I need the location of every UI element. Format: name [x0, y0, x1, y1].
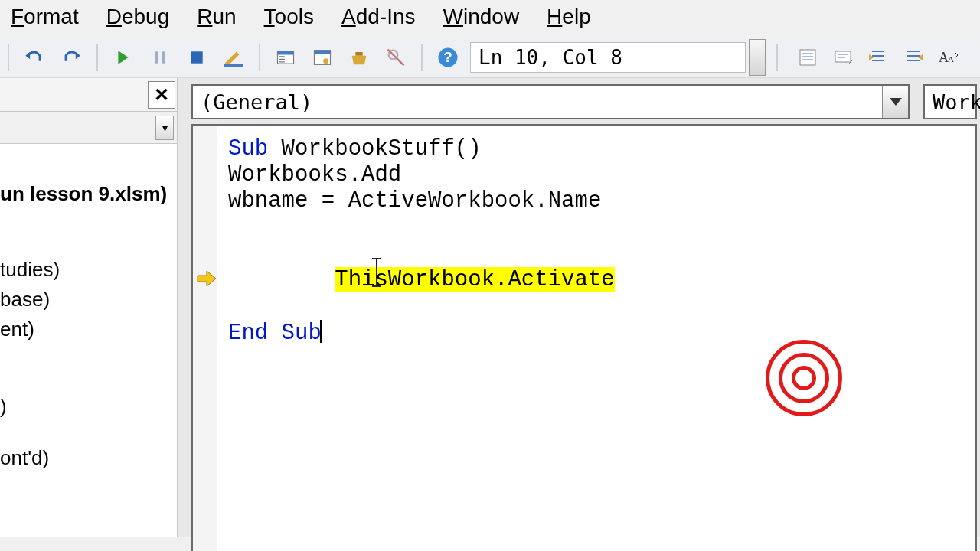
- menu-run-label: un: [212, 5, 236, 28]
- run-sub-button[interactable]: [109, 43, 138, 72]
- code-line[interactable]: Workbooks.Add: [228, 162, 975, 188]
- properties-window-button[interactable]: [308, 43, 337, 72]
- cursor-position: Ln 10, Col 8: [470, 42, 746, 73]
- svg-rect-13: [800, 50, 815, 65]
- object-browser-button[interactable]: [381, 43, 410, 72]
- menu-bar: Format Debug Run Tools Add-Ins Window He…: [0, 0, 980, 37]
- separator: [96, 44, 98, 71]
- indent-in-button[interactable]: [899, 43, 928, 72]
- undo-button[interactable]: [20, 43, 49, 72]
- svg-point-8: [323, 58, 328, 64]
- execution-pointer-icon: [196, 217, 217, 238]
- ibeam-cursor-icon: [369, 257, 384, 288]
- svg-text:?: ?: [443, 49, 452, 65]
- text-caret: [320, 320, 322, 343]
- svg-rect-0: [155, 51, 158, 63]
- word-list-button[interactable]: [793, 43, 822, 72]
- module-node[interactable]: ent): [0, 315, 177, 344]
- menu-run[interactable]: Run: [197, 5, 236, 29]
- separator: [8, 44, 9, 71]
- toolbox-button[interactable]: [345, 43, 374, 72]
- object-dropdown[interactable]: (General): [191, 84, 910, 119]
- svg-rect-7: [315, 51, 331, 54]
- svg-rect-5: [278, 51, 294, 55]
- menu-addins-label: dd-Ins: [356, 5, 416, 28]
- svg-rect-1: [162, 51, 165, 63]
- menu-addins[interactable]: Add-Ins: [341, 5, 416, 29]
- code-line-current[interactable]: ThisWorkbook.Activate: [228, 215, 975, 320]
- quick-info-button[interactable]: [828, 43, 858, 72]
- close-icon[interactable]: ✕: [148, 81, 175, 109]
- menu-tools-label: ools: [275, 5, 314, 28]
- project-explorer: ✕ ▾ un lesson 9.xlsm) tudies) base) ent)…: [0, 78, 178, 537]
- menu-format-label: ormat: [24, 5, 79, 28]
- code-editor[interactable]: Sub WorkbookStuff() Workbooks.Add wbname…: [191, 124, 977, 551]
- separator: [259, 44, 260, 71]
- panel-header: ✕: [0, 78, 177, 112]
- project-node[interactable]: un lesson 9.xlsm): [0, 179, 177, 209]
- font-size-button[interactable]: AA: [934, 43, 963, 72]
- menu-tools[interactable]: Tools: [264, 5, 314, 29]
- module-node[interactable]: ont'd): [0, 443, 177, 473]
- menu-help[interactable]: Help: [547, 5, 591, 29]
- cursor-position-text: Ln 10, Col 8: [479, 46, 622, 69]
- menu-debug[interactable]: Debug: [106, 5, 170, 29]
- toolbar-grip[interactable]: [749, 39, 766, 76]
- module-node[interactable]: tudies): [0, 255, 177, 285]
- procedure-dropdown[interactable]: Work: [923, 84, 977, 119]
- project-explorer-button[interactable]: [271, 43, 300, 72]
- svg-rect-2: [191, 51, 202, 63]
- target-annotation-icon: [766, 340, 850, 424]
- indent-out-button[interactable]: [864, 43, 893, 72]
- module-node[interactable]: ): [0, 392, 177, 422]
- design-mode-button[interactable]: [219, 43, 248, 72]
- reset-button[interactable]: [182, 43, 211, 72]
- code-editor-pane: (General) Work Sub WorkbookStuff() Workb…: [178, 78, 980, 537]
- module-node[interactable]: base): [0, 285, 177, 315]
- code-line[interactable]: Sub WorkbookStuff(): [228, 136, 975, 162]
- svg-rect-3: [224, 64, 243, 67]
- separator: [421, 44, 423, 71]
- chevron-down-icon[interactable]: [882, 86, 908, 118]
- object-dropdown-value: (General): [201, 90, 312, 114]
- svg-rect-14: [835, 51, 851, 62]
- menu-help-label: elp: [562, 5, 590, 28]
- redo-button[interactable]: [57, 43, 86, 72]
- separator: [776, 44, 778, 71]
- svg-rect-9: [355, 52, 362, 56]
- menu-window-label: indow: [463, 5, 519, 28]
- code-line[interactable]: End Sub: [228, 320, 975, 347]
- menu-window[interactable]: Window: [443, 5, 520, 29]
- procedure-dropdown-value: Work: [933, 90, 980, 114]
- help-button[interactable]: ?: [433, 43, 462, 72]
- svg-text:A: A: [948, 54, 954, 64]
- code-line[interactable]: wbname = ActiveWorkbook.Name: [228, 188, 975, 214]
- dropdown-arrow-icon[interactable]: ▾: [155, 116, 174, 140]
- panel-toolbar: ▾: [0, 112, 177, 144]
- work-area: ✕ ▾ un lesson 9.xlsm) tudies) base) ent)…: [0, 78, 980, 537]
- menu-format[interactable]: Format: [11, 5, 79, 29]
- break-button[interactable]: [145, 43, 175, 72]
- menu-debug-label: ebug: [122, 5, 169, 28]
- toolbar: ? Ln 10, Col 8 AA: [0, 37, 980, 78]
- project-tree[interactable]: un lesson 9.xlsm) tudies) base) ent) ) o…: [0, 144, 177, 473]
